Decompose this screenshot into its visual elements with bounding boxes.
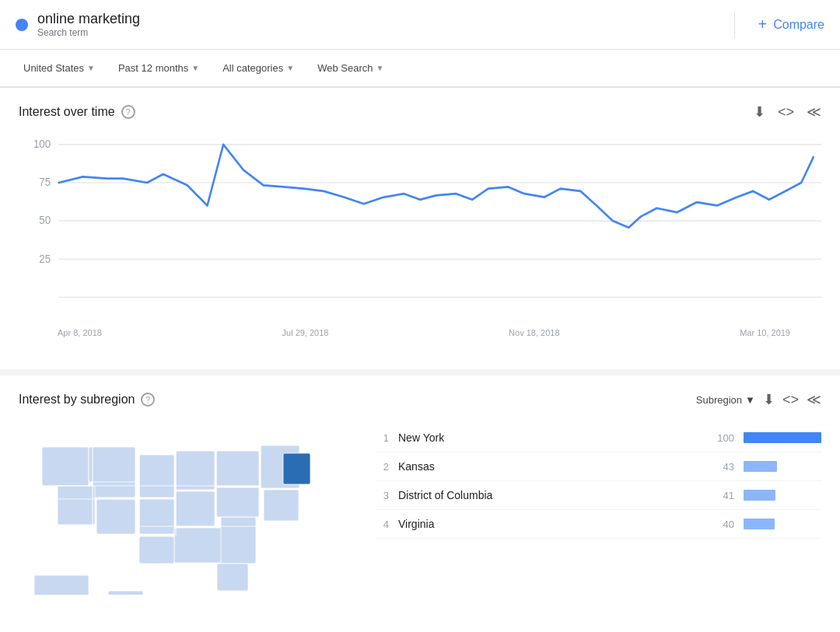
interest-over-time-help-icon[interactable]: ? (121, 105, 135, 119)
subregion-rank-1: 1 (376, 432, 389, 444)
us-map (19, 424, 361, 579)
subregion-bar-1 (744, 432, 821, 443)
compare-button[interactable]: + Compare (735, 16, 825, 33)
list-item: 2 Kansas 43 (376, 452, 821, 481)
svg-rect-9 (42, 447, 89, 486)
subregion-value-2: 43 (708, 461, 734, 473)
search-type-label: Web Search (317, 62, 373, 74)
period-label: Past 12 months (118, 62, 188, 74)
subregion-name-2: Kansas (398, 460, 698, 473)
interest-over-time-title: Interest over time (19, 105, 115, 119)
svg-rect-28 (108, 591, 143, 595)
region-filter[interactable]: United States ▼ (16, 58, 103, 79)
subregion-rank-2: 2 (376, 461, 389, 473)
region-chevron-icon: ▼ (87, 64, 95, 72)
subregion-content: 1 New York 100 2 Kansas 43 3 District of… (19, 424, 821, 579)
svg-rect-17 (176, 491, 215, 526)
chart-x-label-1: Apr 8, 2018 (58, 328, 102, 337)
interest-by-subregion-title-row: Interest by subregion ? (19, 393, 155, 407)
svg-rect-12 (96, 499, 135, 534)
interest-over-time-actions: ⬇ <> ≪ (754, 103, 821, 120)
chart-x-labels: Apr 8, 2018 Jul 29, 2018 Nov 18, 2018 Ma… (19, 325, 821, 337)
subregion-bar-wrap-1 (744, 432, 821, 443)
subregion-rank-4: 4 (376, 519, 389, 530)
subregion-bar-2 (744, 461, 777, 472)
subregion-dropdown-label: Subregion (696, 394, 742, 406)
interest-over-time-chart: 100 75 50 25 Apr 8, 2018 Jul 29, 2018 No… (19, 136, 821, 354)
search-term-section: online marketing Search term (16, 11, 735, 38)
subregion-bar-wrap-4 (744, 519, 821, 529)
plus-icon: + (758, 16, 768, 33)
svg-rect-11 (89, 447, 135, 482)
svg-rect-13 (58, 486, 95, 525)
subregion-name-4: Virginia (398, 518, 698, 530)
period-chevron-icon: ▼ (191, 64, 199, 72)
svg-rect-21 (217, 564, 248, 591)
chart-x-label-3: Nov 18, 2018 (509, 328, 559, 337)
download-icon[interactable]: ⬇ (754, 103, 765, 120)
svg-text:50: 50 (39, 215, 51, 226)
subregion-name-1: New York (398, 431, 698, 444)
search-term-text: online marketing Search term (37, 11, 140, 38)
search-term-dot (16, 19, 28, 31)
interest-by-subregion-header: Interest by subregion ? Subregion ▼ ⬇ <>… (19, 391, 821, 408)
svg-rect-26 (264, 490, 299, 521)
subregion-value-4: 40 (708, 519, 734, 530)
svg-text:75: 75 (39, 176, 51, 188)
embed-icon[interactable]: <> (778, 104, 794, 120)
interest-by-subregion-panel: Interest by subregion ? Subregion ▼ ⬇ <>… (0, 375, 840, 595)
svg-rect-16 (176, 451, 215, 490)
interest-by-subregion-title: Interest by subregion (19, 393, 135, 407)
subregion-bar-4 (744, 519, 775, 529)
header: online marketing Search term + Compare (0, 0, 840, 50)
subregion-value-3: 41 (708, 490, 734, 501)
subregion-dropdown[interactable]: Subregion ▼ (696, 394, 755, 406)
svg-rect-23 (216, 487, 259, 517)
interest-over-time-title-row: Interest over time ? (19, 105, 135, 119)
svg-rect-22 (216, 451, 259, 486)
subregion-value-1: 100 (708, 432, 734, 444)
subregion-bar-wrap-3 (744, 490, 821, 501)
interest-over-time-header: Interest over time ? ⬇ <> ≪ (19, 103, 821, 120)
svg-text:100: 100 (33, 138, 51, 150)
us-map-svg (19, 424, 361, 595)
subregion-share-icon[interactable]: ≪ (807, 391, 821, 408)
svg-rect-20 (221, 517, 256, 564)
subregion-name-3: District of Columbia (398, 489, 698, 501)
chart-svg: 100 75 50 25 (19, 136, 821, 323)
svg-rect-27 (34, 575, 89, 595)
subregion-bar-3 (744, 490, 775, 501)
svg-rect-19 (139, 536, 174, 564)
period-filter[interactable]: Past 12 months ▼ (110, 58, 207, 79)
subregion-dropdown-chevron-icon: ▼ (745, 394, 755, 406)
svg-rect-14 (139, 455, 174, 498)
filters-bar: United States ▼ Past 12 months ▼ All cat… (0, 50, 840, 88)
svg-rect-15 (139, 499, 174, 534)
category-filter[interactable]: All categories ▼ (215, 58, 302, 79)
subregion-rank-3: 3 (376, 490, 389, 501)
search-term-main: online marketing (37, 11, 140, 27)
interest-by-subregion-help-icon[interactable]: ? (141, 393, 155, 407)
share-icon[interactable]: ≪ (807, 103, 821, 120)
list-item: 3 District of Columbia 41 (376, 481, 821, 510)
interest-over-time-panel: Interest over time ? ⬇ <> ≪ 100 75 50 25 (0, 88, 840, 375)
compare-label: Compare (773, 18, 824, 32)
list-item: 4 Virginia 40 (376, 510, 821, 539)
search-type-chevron-icon: ▼ (376, 64, 383, 72)
subregion-header-actions: Subregion ▼ ⬇ <> ≪ (696, 391, 821, 408)
subregion-bar-wrap-2 (744, 461, 821, 472)
search-term-type: Search term (37, 27, 140, 38)
svg-text:25: 25 (39, 253, 51, 264)
region-label: United States (23, 62, 84, 74)
subregion-list: 1 New York 100 2 Kansas 43 3 District of… (376, 424, 821, 539)
list-item: 1 New York 100 (376, 424, 821, 452)
chart-x-label-2: Jul 29, 2018 (282, 328, 329, 337)
subregion-embed-icon[interactable]: <> (782, 392, 799, 408)
search-type-filter[interactable]: Web Search ▼ (310, 58, 391, 79)
chart-x-label-4: Mar 10, 2019 (740, 328, 790, 337)
category-label: All categories (222, 62, 283, 74)
category-chevron-icon: ▼ (286, 64, 294, 72)
subregion-download-icon[interactable]: ⬇ (763, 391, 775, 408)
svg-rect-25 (283, 453, 310, 484)
